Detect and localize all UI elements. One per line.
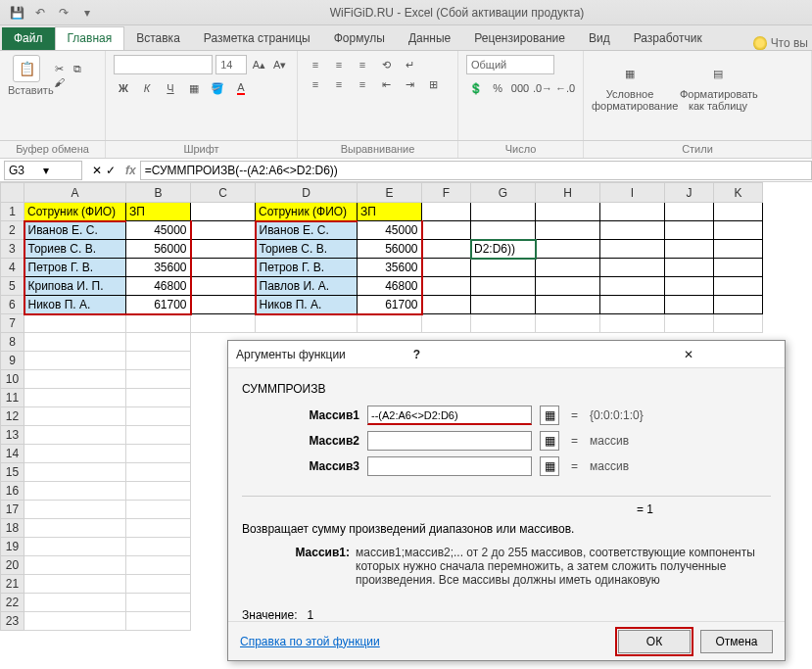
tab-file[interactable]: Файл bbox=[2, 27, 55, 50]
cell[interactable] bbox=[714, 203, 763, 221]
cell[interactable] bbox=[536, 203, 600, 221]
cell[interactable] bbox=[422, 259, 471, 277]
cell[interactable] bbox=[24, 445, 126, 463]
cell[interactable] bbox=[126, 445, 191, 463]
col-header[interactable]: G bbox=[471, 183, 536, 203]
cell[interactable]: 46800 bbox=[358, 277, 422, 296]
cell[interactable] bbox=[126, 352, 191, 370]
cell[interactable] bbox=[126, 575, 191, 594]
row-header[interactable]: 17 bbox=[1, 501, 24, 519]
accept-entry-icon[interactable]: ✓ bbox=[106, 164, 116, 177]
bold-icon[interactable]: Ж bbox=[114, 78, 133, 98]
cell[interactable] bbox=[600, 296, 665, 314]
cell[interactable]: Петров Г. В. bbox=[256, 259, 358, 277]
tab-view[interactable]: Вид bbox=[577, 27, 622, 50]
cell[interactable] bbox=[358, 314, 422, 333]
cell[interactable]: 45000 bbox=[358, 221, 422, 240]
indent-dec-icon[interactable]: ⇤ bbox=[376, 74, 396, 94]
cell[interactable] bbox=[471, 296, 536, 314]
cell[interactable] bbox=[665, 277, 714, 296]
italic-icon[interactable]: К bbox=[137, 78, 157, 98]
conditional-formatting-button[interactable]: ▦ Условное форматирование bbox=[592, 61, 668, 112]
tab-formulas[interactable]: Формулы bbox=[322, 27, 397, 50]
range-select-icon[interactable]: ▦ bbox=[540, 431, 559, 451]
cell[interactable] bbox=[600, 203, 665, 221]
cell[interactable]: Ториев С. В. bbox=[256, 240, 358, 259]
cell[interactable]: 61700 bbox=[126, 296, 191, 314]
cell[interactable]: 35600 bbox=[358, 259, 422, 277]
help-icon[interactable]: ? bbox=[413, 348, 600, 361]
copy-icon[interactable]: ⧉ bbox=[70, 62, 85, 75]
row-header[interactable]: 14 bbox=[1, 445, 24, 463]
help-link[interactable]: Справка по этой функции bbox=[240, 635, 380, 648]
cell[interactable] bbox=[24, 314, 126, 333]
redo-icon[interactable]: ↷ bbox=[55, 4, 72, 22]
align-right-icon[interactable]: ≡ bbox=[353, 74, 372, 94]
fx-icon[interactable]: fx bbox=[121, 164, 140, 177]
cell[interactable] bbox=[422, 296, 471, 314]
cell[interactable] bbox=[24, 575, 126, 594]
font-name-select[interactable] bbox=[114, 55, 213, 74]
cell[interactable]: 35600 bbox=[126, 259, 191, 277]
dec-inc-icon[interactable]: .0→ bbox=[533, 78, 552, 98]
cell[interactable] bbox=[126, 389, 191, 407]
format-painter-icon[interactable]: 🖌 bbox=[51, 75, 67, 89]
tab-review[interactable]: Рецензирование bbox=[462, 27, 577, 50]
col-header[interactable]: A bbox=[24, 183, 126, 203]
tab-home[interactable]: Главная bbox=[55, 26, 125, 50]
save-icon[interactable]: 💾 bbox=[8, 4, 25, 22]
cell[interactable]: Иванов Е. С. bbox=[24, 221, 126, 240]
cell[interactable] bbox=[714, 259, 763, 277]
row-header[interactable]: 1 bbox=[1, 203, 24, 221]
active-cell[interactable]: D2:D6)) bbox=[471, 240, 536, 259]
cell[interactable] bbox=[126, 594, 191, 612]
col-header[interactable]: B bbox=[126, 183, 191, 203]
cell[interactable] bbox=[24, 501, 126, 519]
arg3-input[interactable] bbox=[367, 456, 532, 476]
range-select-icon[interactable]: ▦ bbox=[540, 406, 559, 425]
indent-inc-icon[interactable]: ⇥ bbox=[400, 74, 419, 94]
align-center-icon[interactable]: ≡ bbox=[329, 74, 349, 94]
cell[interactable] bbox=[536, 221, 600, 240]
orientation-icon[interactable]: ⟲ bbox=[376, 55, 396, 74]
cell[interactable] bbox=[191, 259, 256, 277]
cell[interactable] bbox=[600, 259, 665, 277]
cell[interactable] bbox=[24, 612, 126, 631]
cell[interactable]: Иванов Е. С. bbox=[256, 221, 358, 240]
comma-icon[interactable]: 000 bbox=[510, 78, 530, 98]
cell[interactable]: Ториев С. В. bbox=[24, 240, 126, 259]
cell[interactable] bbox=[536, 314, 600, 333]
col-header[interactable]: C bbox=[191, 183, 256, 203]
cell[interactable] bbox=[24, 389, 126, 407]
row-header[interactable]: 5 bbox=[1, 277, 24, 296]
cell[interactable]: 61700 bbox=[358, 296, 422, 314]
underline-icon[interactable]: Ч bbox=[161, 78, 180, 98]
row-header[interactable]: 10 bbox=[1, 370, 24, 389]
cell[interactable] bbox=[191, 277, 256, 296]
cell[interactable]: Павлов И. А. bbox=[256, 277, 358, 296]
number-format-select[interactable]: Общий bbox=[466, 55, 554, 74]
cell[interactable] bbox=[536, 240, 600, 259]
cell[interactable] bbox=[24, 519, 126, 538]
cell[interactable]: Крипова И. П. bbox=[24, 277, 126, 296]
cell[interactable]: Ников П. А. bbox=[256, 296, 358, 314]
cell[interactable] bbox=[126, 538, 191, 556]
cell[interactable] bbox=[600, 314, 665, 333]
cell[interactable] bbox=[600, 221, 665, 240]
cell[interactable] bbox=[24, 370, 126, 389]
cell[interactable]: 46800 bbox=[126, 277, 191, 296]
cell[interactable] bbox=[24, 426, 126, 445]
tab-insert[interactable]: Вставка bbox=[124, 27, 192, 50]
cell[interactable] bbox=[422, 203, 471, 221]
row-header[interactable]: 2 bbox=[1, 221, 24, 240]
row-header[interactable]: 6 bbox=[1, 296, 24, 314]
font-color-icon[interactable]: A bbox=[231, 78, 251, 98]
cell[interactable] bbox=[714, 277, 763, 296]
formula-input[interactable]: =СУММПРОИЗВ(--(A2:A6<>D2:D6)) bbox=[140, 161, 812, 180]
tab-data[interactable]: Данные bbox=[397, 27, 462, 50]
col-header[interactable]: I bbox=[600, 183, 665, 203]
cell[interactable] bbox=[126, 482, 191, 501]
row-header[interactable]: 21 bbox=[1, 575, 24, 594]
cell[interactable]: 56000 bbox=[358, 240, 422, 259]
row-header[interactable]: 7 bbox=[1, 314, 24, 333]
